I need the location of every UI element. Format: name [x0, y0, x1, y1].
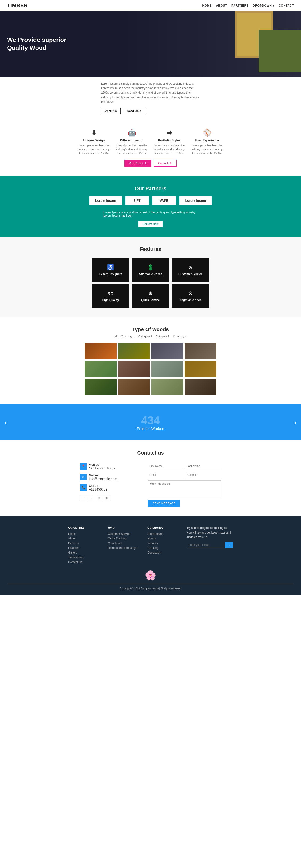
- feature-box-label: Customer Service: [175, 273, 206, 276]
- feature-item: ⚾ User Experience Lorem ipsum has been t…: [190, 128, 223, 155]
- woods-filter-item[interactable]: All: [114, 335, 117, 338]
- social-link[interactable]: in: [96, 495, 102, 501]
- nav-about[interactable]: ABOUT: [216, 4, 227, 7]
- footer-categories-title: Categories: [147, 526, 182, 529]
- footer-category-item[interactable]: House: [147, 537, 182, 540]
- footer-flower-decoration: 🌸: [7, 570, 294, 581]
- feature-desc: Lorem ipsum has been the industry's stan…: [153, 144, 186, 155]
- social-link[interactable]: f: [80, 495, 86, 501]
- contact-form: SEND MESSAGE: [148, 463, 221, 507]
- footer-quick-link-item[interactable]: Home: [68, 532, 103, 535]
- first-name-input[interactable]: [148, 463, 183, 469]
- feature-title: Different Layout: [115, 138, 148, 142]
- woods-filter-item[interactable]: Category 1: [121, 335, 135, 338]
- feature-title: Unique Design: [78, 138, 111, 142]
- footer-help-item[interactable]: Returns and Exchanges: [108, 546, 143, 550]
- wood-thumbnail[interactable]: [151, 379, 183, 395]
- footer-quick-link-item[interactable]: Testimonials: [68, 556, 103, 559]
- wood-thumbnail[interactable]: [185, 379, 217, 395]
- wood-thumbnail[interactable]: [118, 361, 150, 377]
- about-us-button[interactable]: About Us: [101, 108, 121, 114]
- navbar: TIMBER HOME ABOUT PARTNERS DROPDOWN ▾ CO…: [0, 0, 301, 11]
- contact-info-label: Call us: [89, 484, 107, 488]
- contact-inner: 📍 Visit us 123 Lorem, Texas ✉ Mail us in…: [80, 463, 221, 507]
- feature-box-label: High Quality: [95, 299, 126, 302]
- footer-quick-link-item[interactable]: About: [68, 537, 103, 540]
- footer-quick-link-item[interactable]: Partners: [68, 541, 103, 545]
- subscribe-email-input[interactable]: [187, 542, 225, 548]
- woods-section: Type Of woods AllCategory 1Category 2Cat…: [0, 317, 301, 404]
- contact-now-button[interactable]: Contact Now: [138, 221, 163, 227]
- nav-links: HOME ABOUT PARTNERS DROPDOWN ▾ CONTACT: [202, 4, 294, 7]
- contact-us-button[interactable]: Contact Us: [154, 160, 177, 167]
- social-link[interactable]: g+: [104, 495, 110, 501]
- wood-thumbnail[interactable]: [151, 361, 183, 377]
- feature-desc: Lorem ipsum has been the industry's stan…: [78, 144, 111, 155]
- footer-help-item[interactable]: Complaints: [108, 541, 143, 545]
- feature-box-icon: ⊕: [135, 290, 166, 297]
- contact-info-item: ✉ Mail us info@example.com: [80, 474, 141, 481]
- partners-desc: Lorem Ipsum is simply dummy text of the …: [103, 211, 198, 217]
- wood-thumbnail[interactable]: [185, 343, 217, 359]
- wood-thumbnail[interactable]: [85, 361, 117, 377]
- form-name-row: [148, 463, 221, 469]
- subject-input[interactable]: [186, 472, 221, 478]
- footer-category-item[interactable]: Planning: [147, 546, 182, 550]
- footer-quick-links: Quick linksHomeAboutPartnersFeaturesGall…: [68, 526, 103, 565]
- feature-item: ➡ Portfolio Styles Lorem ipsum has been …: [153, 128, 186, 155]
- nav-home[interactable]: HOME: [202, 4, 212, 7]
- wood-thumbnail[interactable]: [118, 379, 150, 395]
- email-input[interactable]: [148, 472, 183, 478]
- feature-icon: ⬇: [78, 128, 111, 136]
- about-container: Lorem Ipsum is simply dummy text of the …: [101, 82, 200, 114]
- feature-box-icon: a: [175, 264, 206, 271]
- woods-filter-item[interactable]: Category 4: [173, 335, 187, 338]
- send-message-button[interactable]: SEND MESSAGE: [148, 500, 180, 507]
- feature-icon: ⚾: [190, 128, 223, 136]
- wood-thumbnail[interactable]: [85, 379, 117, 395]
- partner-logo: VAPE: [152, 196, 176, 205]
- message-textarea[interactable]: [148, 480, 221, 497]
- woods-filter-item[interactable]: Category 2: [138, 335, 152, 338]
- wood-thumbnail[interactable]: [151, 343, 183, 359]
- contact-info-item: 📍 Visit us 123 Lorem, Texas: [80, 463, 141, 470]
- feature-box: ⊕ Quick Service: [132, 284, 169, 308]
- contact-info-label: Visit us: [89, 463, 115, 466]
- hero-headline-line2: Quality Wood: [7, 44, 46, 51]
- footer-help-item[interactable]: Customer Service: [108, 532, 143, 535]
- contact-info-item: 📞 Call us +123456789: [80, 484, 141, 491]
- feature-title: Portfolio Styles: [153, 138, 186, 142]
- wood-thumbnail[interactable]: [85, 343, 117, 359]
- feature-icon: ➡: [153, 128, 186, 136]
- social-link[interactable]: t: [88, 495, 94, 501]
- footer-quick-link-item[interactable]: Contact Us: [68, 560, 103, 564]
- subscribe-button[interactable]: →: [225, 542, 233, 548]
- footer-quick-link-item[interactable]: Gallery: [68, 551, 103, 554]
- nav-contact[interactable]: CONTACT: [279, 4, 294, 7]
- counter-next-button[interactable]: ›: [294, 419, 296, 426]
- footer-category-item[interactable]: Decoration: [147, 551, 182, 554]
- feature-box: ad High Quality: [92, 284, 129, 308]
- nav-partners[interactable]: PARTNERS: [231, 4, 248, 7]
- contact-info-icon: 📞: [80, 484, 87, 491]
- footer-category-item[interactable]: Interiors: [147, 541, 182, 545]
- woods-filter-item[interactable]: Category 3: [156, 335, 170, 338]
- feature-box-icon: ad: [95, 290, 126, 297]
- last-name-input[interactable]: [186, 463, 221, 469]
- wood-thumbnail[interactable]: [118, 343, 150, 359]
- footer-quick-link-item[interactable]: Features: [68, 546, 103, 550]
- counter-label: Projects Worked: [7, 427, 294, 431]
- counter-number: 434: [7, 414, 294, 427]
- read-more-button[interactable]: Read More: [123, 108, 145, 114]
- nav-dropdown[interactable]: DROPDOWN ▾: [253, 4, 274, 7]
- features-boxes-grid: ♿ Expert Designers💲 Affordable Pricesa C…: [92, 258, 209, 308]
- partner-logo: Lorem Ipsum: [179, 196, 212, 205]
- contact-info-text: Mail us info@example.com: [89, 474, 117, 481]
- subscribe-input-group: →: [187, 542, 233, 548]
- footer-category-item[interactable]: Architecture: [147, 532, 182, 535]
- wood-thumbnail[interactable]: [185, 361, 217, 377]
- footer-help-item[interactable]: Order Tracking: [108, 537, 143, 540]
- counter-prev-button[interactable]: ‹: [5, 419, 7, 426]
- social-links: fting+: [80, 495, 141, 501]
- more-about-us-button[interactable]: More About Us: [124, 160, 151, 167]
